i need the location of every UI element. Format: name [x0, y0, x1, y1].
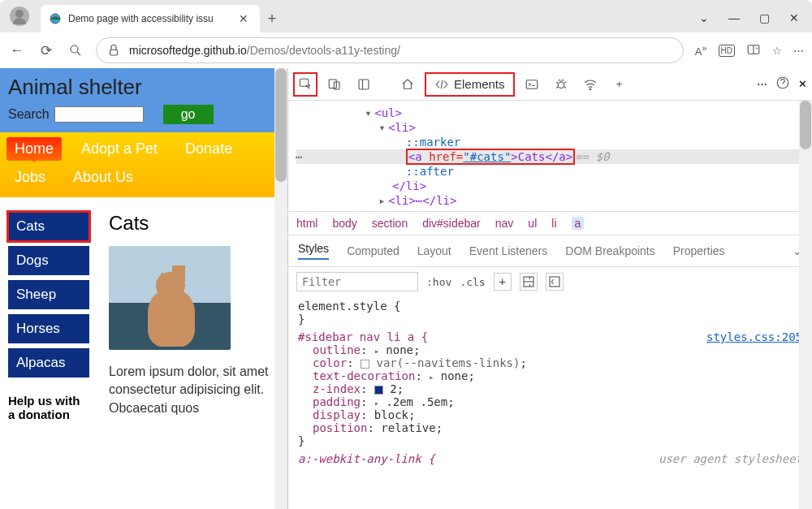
page-viewport: Animal shelter Search go Home Adopt a Pe… — [0, 68, 288, 509]
window-titlebar: Demo page with accessibility issu ✕ + ⌄ … — [0, 0, 812, 32]
filter-input[interactable] — [296, 272, 418, 291]
bug-icon[interactable] — [549, 72, 573, 97]
more-icon[interactable]: ⋯ — [793, 45, 804, 57]
source-link[interactable]: styles.css:205 — [706, 330, 802, 343]
network-icon[interactable] — [578, 72, 603, 97]
styles-tabs: Styles Computed Layout Event Listeners D… — [288, 235, 812, 267]
edge-icon — [49, 12, 62, 25]
devtools-close-icon[interactable]: ✕ — [798, 78, 807, 90]
main-nav: Home Adopt a Pet Donate Jobs About Us — [0, 132, 287, 197]
tab-title: Demo page with accessibility issu — [68, 13, 235, 24]
read-aloud-icon[interactable]: A» — [695, 43, 707, 58]
search-input[interactable] — [54, 106, 144, 123]
styles-tab[interactable]: Styles — [298, 242, 329, 260]
cls-toggle[interactable]: .cls — [460, 276, 485, 288]
sidebar-cats[interactable]: Cats — [8, 212, 89, 241]
new-tab-button[interactable]: + — [260, 11, 284, 32]
devtools-scrollbar[interactable] — [799, 101, 812, 509]
profile-avatar[interactable] — [10, 6, 29, 26]
listeners-tab[interactable]: Event Listeners — [469, 244, 548, 257]
sidebar-horses[interactable]: Horses — [8, 314, 89, 343]
hov-toggle[interactable]: :hov — [426, 276, 451, 288]
console-icon[interactable] — [520, 72, 544, 97]
layout-tab[interactable]: Layout — [417, 244, 451, 257]
url-box[interactable]: microsoftedge.github.io/Demos/devtools-a… — [96, 37, 684, 63]
breakpoints-tab[interactable]: DOM Breakpoints — [565, 244, 654, 257]
sidebar-dogs[interactable]: Dogs — [8, 246, 89, 275]
help-icon[interactable] — [775, 75, 790, 93]
breadcrumb[interactable]: htmlbodysectiondiv#sidebarnavullia — [288, 211, 812, 235]
page-sidebar: Cats Dogs Sheep Horses Alpacas Help us w… — [8, 212, 89, 421]
properties-tab[interactable]: Properties — [673, 244, 725, 257]
svg-point-11 — [558, 82, 564, 88]
svg-point-12 — [590, 88, 591, 90]
lock-icon — [106, 43, 121, 58]
search-icon[interactable] — [67, 41, 84, 59]
dock-icon[interactable] — [352, 72, 376, 97]
svg-rect-10 — [526, 80, 538, 88]
dom-tree[interactable]: ▾<ul> ▾<li> ::marker <a href="#cats">Cat… — [288, 101, 812, 211]
chevron-down-icon[interactable]: ⌄ — [699, 11, 709, 24]
device-toggle-icon[interactable] — [322, 72, 347, 97]
flex-icon[interactable] — [520, 273, 538, 291]
lorem-text: Lorem ipsum dolor, sit amet consectetur … — [109, 363, 279, 417]
svg-rect-5 — [300, 79, 309, 86]
help-text: Help us with a donation — [8, 394, 89, 421]
selected-dom-node: <a href="#cats">Cats</a>== $0 — [296, 149, 812, 164]
devtools-panel: Elements + ⋯ ✕ ▾<ul> ▾<li> ::marker <a — [288, 68, 812, 509]
tab-close-icon[interactable]: ✕ — [235, 11, 252, 27]
hd-icon[interactable]: HD — [719, 45, 735, 57]
url-text: microsoftedge.github.io/Demos/devtools-a… — [129, 44, 400, 57]
computed-tab[interactable]: Computed — [347, 244, 400, 257]
code-icon — [434, 77, 449, 92]
search-label: Search — [8, 107, 50, 122]
devtools-more-icon[interactable]: ⋯ — [757, 78, 767, 90]
styles-pane[interactable]: element.style { } styles.css:205#sidebar… — [288, 296, 812, 509]
devtools-toolbar: Elements + ⋯ ✕ — [288, 68, 812, 101]
browser-tab[interactable]: Demo page with accessibility issu ✕ — [41, 5, 260, 32]
page-scrollbar[interactable] — [274, 68, 287, 509]
new-style-button[interactable]: + — [494, 273, 512, 291]
page-heading: Cats — [109, 212, 279, 235]
sidebar-sheep[interactable]: Sheep — [8, 280, 89, 309]
site-title: Animal shelter — [8, 75, 279, 100]
svg-line-2 — [77, 52, 80, 55]
close-window-icon[interactable]: ✕ — [789, 11, 799, 24]
refresh-button[interactable]: ⟳ — [37, 41, 55, 59]
styles-toolbar: :hov .cls + — [288, 267, 812, 296]
nav-adopt[interactable]: Adopt a Pet — [73, 137, 166, 161]
nav-about[interactable]: About Us — [65, 166, 141, 189]
maximize-icon[interactable]: ▢ — [759, 11, 770, 24]
sidebar-alpacas[interactable]: Alpacas — [8, 348, 89, 377]
nav-donate[interactable]: Donate — [177, 137, 240, 161]
address-bar: ← ⟳ microsoftedge.github.io/Demos/devtoo… — [0, 32, 812, 68]
svg-point-1 — [71, 45, 78, 53]
add-tab-icon[interactable]: + — [607, 72, 632, 97]
favorite-icon[interactable]: ☆ — [772, 45, 782, 57]
computed-toggle-icon[interactable] — [546, 273, 564, 291]
back-button[interactable]: ← — [8, 41, 26, 59]
svg-rect-6 — [329, 80, 336, 88]
nav-jobs[interactable]: Jobs — [6, 166, 54, 189]
svg-rect-8 — [359, 80, 369, 89]
cat-image — [109, 246, 231, 350]
welcome-icon[interactable] — [395, 72, 420, 97]
minimize-icon[interactable]: — — [728, 11, 740, 24]
reading-list-icon[interactable] — [746, 42, 761, 59]
elements-tab[interactable]: Elements — [425, 72, 515, 97]
nav-home[interactable]: Home — [6, 137, 62, 161]
svg-rect-3 — [110, 50, 118, 55]
go-button[interactable]: go — [163, 105, 214, 124]
inspect-element-icon[interactable] — [293, 72, 317, 97]
